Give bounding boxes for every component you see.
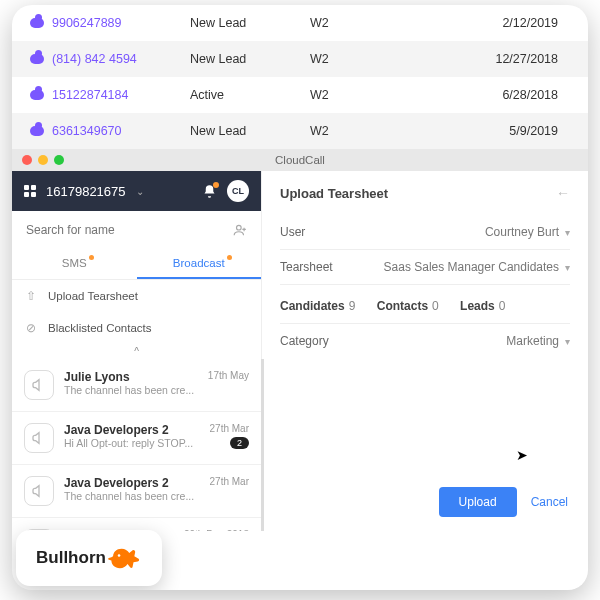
chevron-down-icon[interactable]: ⌄: [136, 186, 144, 197]
table-row[interactable]: 9906247889New LeadW22/12/2019: [12, 5, 588, 41]
tab-broadcast[interactable]: Broadcast: [137, 249, 262, 279]
date-cell: 5/9/2019: [420, 124, 570, 138]
tearsheet-select[interactable]: Saas Sales Manager Candidates▾: [384, 260, 570, 274]
tearsheet-label: Tearsheet: [280, 260, 333, 274]
window-titlebar: CloudCall: [12, 149, 588, 171]
status-cell: Active: [190, 88, 310, 102]
upload-icon: ⇧: [26, 289, 38, 303]
category-select[interactable]: Marketing▾: [506, 334, 570, 348]
table-row[interactable]: 15122874184ActiveW26/28/2018: [12, 77, 588, 113]
menu-blacklisted[interactable]: ⊘ Blacklisted Contacts: [12, 312, 261, 344]
conv-preview: Hi All Opt-out: reply STOP...: [64, 437, 200, 449]
conv-name: Java Developers 2: [64, 423, 200, 437]
cursor-icon: ➤: [516, 447, 528, 463]
date-cell: 2/12/2019: [420, 16, 570, 30]
conv-date: 20th Dec 2018: [184, 529, 249, 531]
menu-upload-tearsheet[interactable]: ⇧ Upload Tearsheet: [12, 280, 261, 312]
phone-link[interactable]: 15122874184: [52, 88, 128, 102]
conversation-item[interactable]: Java Developers 2The channel has been cr…: [12, 465, 261, 518]
megaphone-icon: [24, 423, 54, 453]
megaphone-icon: [24, 370, 54, 400]
window-title: CloudCall: [275, 154, 325, 166]
svg-point-1: [118, 554, 121, 557]
block-icon: ⊘: [26, 321, 38, 335]
chevron-down-icon: ▾: [565, 227, 570, 238]
date-cell: 12/27/2018: [420, 52, 570, 66]
svg-point-0: [237, 225, 242, 230]
notification-dot-icon: [213, 182, 219, 188]
notification-dot-icon: [89, 255, 94, 260]
phone-link[interactable]: 6361349670: [52, 124, 122, 138]
conv-name: Java Developers 2: [64, 476, 200, 490]
conv-date: 17th May: [208, 370, 249, 381]
category-label: Category: [280, 334, 329, 348]
tab-sms[interactable]: SMS: [12, 249, 137, 279]
avatar[interactable]: CL: [227, 180, 249, 202]
close-icon[interactable]: [22, 155, 32, 165]
bullhorn-icon: [108, 544, 142, 572]
chevron-down-icon: ▾: [565, 262, 570, 273]
stats-row: Candidates9 Contacts0 Leads0: [280, 285, 570, 324]
apps-icon[interactable]: [24, 185, 36, 197]
cancel-button[interactable]: Cancel: [531, 495, 568, 509]
megaphone-icon: [24, 476, 54, 506]
type-cell: W2: [310, 124, 420, 138]
table-row[interactable]: (814) 842 4594New LeadW212/27/2018: [12, 41, 588, 77]
header-phone[interactable]: 16179821675: [46, 184, 126, 199]
cloud-icon: [30, 18, 44, 28]
notification-dot-icon: [227, 255, 232, 260]
maximize-icon[interactable]: [54, 155, 64, 165]
cloud-icon: [30, 126, 44, 136]
type-cell: W2: [310, 52, 420, 66]
table-row[interactable]: 6361349670New LeadW25/9/2019: [12, 113, 588, 149]
add-person-icon[interactable]: [233, 223, 247, 237]
status-cell: New Lead: [190, 52, 310, 66]
bullhorn-logo-card: Bullhorn: [16, 530, 162, 586]
type-cell: W2: [310, 88, 420, 102]
user-select[interactable]: Courtney Burt▾: [485, 225, 570, 239]
detail-title: Upload Tearsheet: [280, 186, 388, 201]
bell-icon[interactable]: [202, 184, 217, 199]
conv-preview: The channel has been cre...: [64, 384, 198, 396]
type-cell: W2: [310, 16, 420, 30]
unread-badge: 2: [230, 437, 249, 449]
conv-date: 27th Mar: [210, 476, 249, 487]
phone-link[interactable]: (814) 842 4594: [52, 52, 137, 66]
user-label: User: [280, 225, 305, 239]
phone-link[interactable]: 9906247889: [52, 16, 122, 30]
collapse-toggle[interactable]: ^: [12, 344, 261, 359]
upload-button[interactable]: Upload: [439, 487, 517, 517]
cloud-icon: [30, 54, 44, 64]
sidebar-header: 16179821675 ⌄ CL: [12, 171, 261, 211]
back-arrow-icon[interactable]: ←: [556, 185, 570, 201]
conversation-item[interactable]: Julie LyonsThe channel has been cre...17…: [12, 359, 261, 412]
conversation-item[interactable]: Java Developers 2Hi All Opt-out: reply S…: [12, 412, 261, 465]
conv-date: 27th Mar: [210, 423, 249, 434]
cloud-icon: [30, 90, 44, 100]
date-cell: 6/28/2018: [420, 88, 570, 102]
status-cell: New Lead: [190, 16, 310, 30]
conv-name: Julie Lyons: [64, 370, 198, 384]
traffic-lights[interactable]: [22, 155, 64, 165]
chevron-down-icon: ▾: [565, 336, 570, 347]
search-input[interactable]: [26, 223, 225, 237]
status-cell: New Lead: [190, 124, 310, 138]
minimize-icon[interactable]: [38, 155, 48, 165]
conv-preview: The channel has been cre...: [64, 490, 200, 502]
